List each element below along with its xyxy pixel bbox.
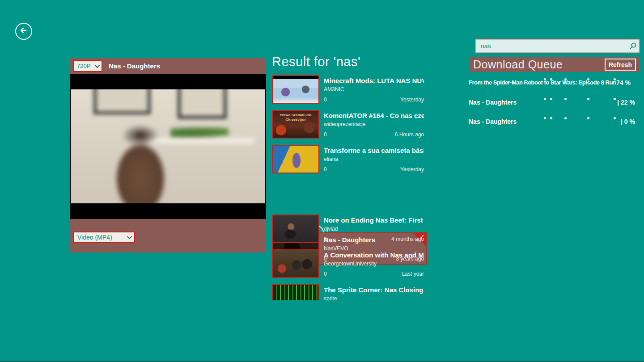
download-queue-header: Download Queue Refresh xyxy=(469,57,640,72)
result-count: 0 xyxy=(324,271,327,277)
refresh-button[interactable]: Refresh xyxy=(605,59,636,71)
queue-item-progress: | 22 % xyxy=(617,99,635,107)
result-title: A Conversation with Nas and Michae... xyxy=(324,251,424,259)
queue-item-title: Nas - Daughters xyxy=(469,118,517,126)
result-title: KomentATOR #164 - Co nas czeka xyxy=(324,112,424,119)
result-channel: AM3NIC xyxy=(324,86,424,93)
video-still-image xyxy=(71,89,265,203)
video-thumbnail[interactable] xyxy=(272,284,319,300)
queue-item-title: Nas - Daughters xyxy=(469,99,517,107)
video-frame xyxy=(71,89,265,203)
result-item[interactable]: A Conversation with Nas and Michae... Ge… xyxy=(272,249,424,280)
thumbnail-caption: Prawo Szariatu dla Chrześcijan xyxy=(273,113,318,122)
search-input[interactable] xyxy=(476,42,627,50)
video-thumbnail[interactable] xyxy=(272,215,319,243)
magnifier-icon[interactable] xyxy=(627,42,639,50)
result-title: Minecraft Mods: LUTA NAS NUVENS... xyxy=(324,77,424,84)
result-count: 0 xyxy=(324,131,327,138)
queue-item-progress: | 0 % xyxy=(621,118,635,126)
queue-item-progress: 74 % xyxy=(616,79,631,87)
arrow-left-icon xyxy=(19,25,29,37)
result-date: Yesterday xyxy=(400,166,424,173)
back-button[interactable] xyxy=(15,23,32,40)
chevron-down-icon xyxy=(95,63,100,67)
video-display-area[interactable] xyxy=(70,74,266,235)
queue-item[interactable]: From the Spider-Man Reboot to Star Wars:… xyxy=(469,79,635,87)
result-item[interactable]: Transforme a sua camiseta básica em... e… xyxy=(272,145,424,175)
chevron-down-icon xyxy=(127,234,132,239)
search-box xyxy=(475,39,640,53)
result-date: 6 Hours ago xyxy=(395,131,424,138)
result-channel: eliana xyxy=(324,156,424,162)
quality-dropdown[interactable]: 720P xyxy=(73,60,102,72)
player-video-title: Nas - Daughters xyxy=(109,62,160,70)
result-count: 0 xyxy=(324,236,327,242)
queue-title: Download Queue xyxy=(473,58,563,71)
queue-item-title: From the Spider-Man Reboot to Star Wars:… xyxy=(469,79,616,87)
result-title: Nore on Ending Nas Beef: First Thing... xyxy=(324,216,424,224)
video-thumbnail[interactable] xyxy=(272,75,319,104)
result-count: 0 xyxy=(324,97,327,103)
player-header: 720P Nas - Daughters xyxy=(70,58,266,74)
video-thumbnail[interactable] xyxy=(272,145,319,173)
result-count: 0 xyxy=(324,166,327,173)
result-channel: wideoprezentacje xyxy=(324,121,424,127)
result-channel: djvlad xyxy=(324,226,424,232)
app-window: { "colors": { "background": "#00978A", "… xyxy=(0,0,644,362)
queue-item[interactable]: Nas - Daughters | 0 % xyxy=(469,118,635,126)
queue-item[interactable]: Nas - Daughters | 22 % xyxy=(469,99,635,107)
result-channel: GeorgetownUniversity xyxy=(324,261,424,267)
result-date: Yesterday xyxy=(400,97,424,103)
result-date: Last year xyxy=(402,271,424,277)
result-date: 4 months ago xyxy=(391,236,424,242)
result-item[interactable]: Nore on Ending Nas Beef: First Thing... … xyxy=(272,215,424,245)
quality-value: 720P xyxy=(77,63,90,69)
video-thumbnail[interactable] xyxy=(272,249,319,278)
result-channel: sprite xyxy=(324,295,424,300)
video-player-panel: 720P Nas - Daughters Video (MP4) xyxy=(70,58,266,253)
format-value: Video (MP4) xyxy=(77,234,112,241)
result-title: Transforme a sua camiseta básica em... xyxy=(324,147,424,154)
video-thumbnail[interactable]: Prawo Szariatu dla Chrześcijan xyxy=(272,110,319,139)
search-results-panel: Result for 'nas' Minecraft Mods: LUTA NA… xyxy=(272,55,427,300)
result-title: The Sprite Corner: Nas Closing Conce... xyxy=(324,286,424,294)
format-dropdown[interactable]: Video (MP4) xyxy=(73,232,135,243)
result-item[interactable]: Prawo Szariatu dla Chrześcijan KomentATO… xyxy=(272,110,424,140)
player-footer: Video (MP4) Download xyxy=(70,219,266,253)
result-item[interactable]: The Sprite Corner: Nas Closing Conce... … xyxy=(272,284,424,300)
result-item[interactable]: Minecraft Mods: LUTA NAS NUVENS... AM3NI… xyxy=(272,75,424,105)
results-header: Result for 'nas' xyxy=(272,55,427,69)
